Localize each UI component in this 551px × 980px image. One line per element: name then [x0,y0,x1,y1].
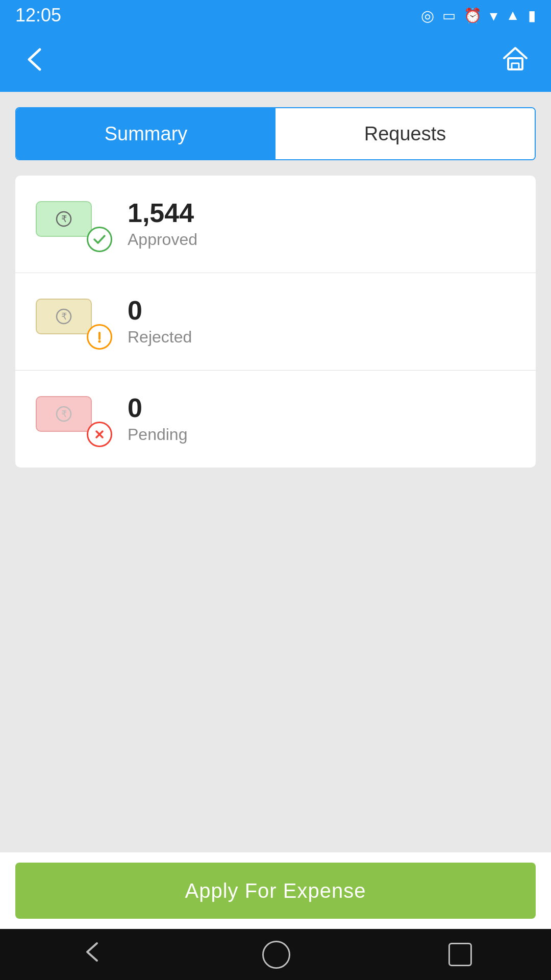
main-content: ₹ 1,544 Approved ₹ [0,160,551,852]
approved-count: 1,544 [128,200,197,226]
svg-text:₹: ₹ [61,214,67,224]
screen-icon: ▭ [442,7,456,24]
pending-text: 0 Pending [128,395,187,444]
rejected-money-note: ₹ [36,299,92,334]
summary-card: ₹ 1,544 Approved ₹ [15,176,536,468]
recents-square-icon [448,943,472,966]
svg-text:₹: ₹ [61,409,67,419]
rejected-label: Rejected [128,328,192,347]
system-recents-button[interactable] [448,943,472,966]
svg-text:₹: ₹ [61,311,67,322]
rejected-text: 0 Rejected [128,297,192,347]
status-time: 12:05 [15,5,61,26]
pending-money-note: ₹ [36,396,92,432]
pending-count: 0 [128,395,187,421]
rejected-icon-container: ₹ [36,293,112,350]
wifi-icon: ▾ [490,7,497,24]
status-bar: 12:05 ◎ ▭ ⏰ ▾ ▲ ▮ [0,0,551,31]
approved-badge [87,227,112,252]
svg-point-7 [98,340,101,343]
apply-expense-button[interactable]: Apply For Expense [15,863,536,919]
pending-icon-container: ₹ [36,391,112,447]
back-button[interactable] [20,45,48,78]
tab-requests[interactable]: Requests [276,108,535,159]
approved-row[interactable]: ₹ 1,544 Approved [15,176,536,273]
instagram-icon: ◎ [421,7,434,24]
nav-bar [0,31,551,92]
battery-icon: ▮ [528,7,536,24]
tab-bar: Summary Requests [15,107,536,160]
approved-label: Approved [128,230,197,249]
approved-money-note: ₹ [36,201,92,237]
pending-label: Pending [128,425,187,444]
system-home-button[interactable] [262,941,290,969]
approved-text: 1,544 Approved [128,200,197,249]
home-button[interactable] [500,44,531,79]
rejected-count: 0 [128,297,192,324]
pending-row[interactable]: ₹ 0 Pending [15,371,536,468]
home-circle-icon [262,941,290,969]
bottom-button-container: Apply For Expense [0,852,551,929]
tab-summary[interactable]: Summary [16,108,276,159]
status-icons: ◎ ▭ ⏰ ▾ ▲ ▮ [421,7,536,24]
system-back-button[interactable] [79,939,105,970]
signal-icon: ▲ [506,7,520,23]
approved-icon-container: ₹ [36,196,112,252]
pending-badge [87,422,112,447]
rejected-row[interactable]: ₹ 0 Rejected [15,273,536,371]
rejected-badge [87,324,112,350]
alarm-icon: ⏰ [464,7,482,24]
system-nav-bar [0,929,551,980]
